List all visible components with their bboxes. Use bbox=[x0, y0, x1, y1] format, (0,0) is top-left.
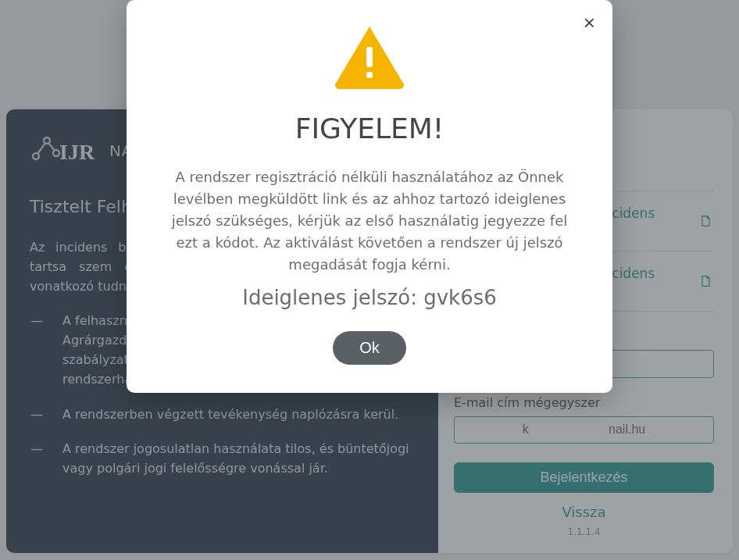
temp-password-line: Ideiglenes jelszó: gvk6s6 bbox=[155, 286, 584, 309]
temp-password-label: Ideiglenes jelszó: bbox=[242, 286, 423, 309]
svg-rect-6 bbox=[366, 47, 373, 67]
modal-body: A rendszer regisztráció nélküli használa… bbox=[169, 166, 570, 275]
attention-modal: × FIGYELEM! A rendszer regisztráció nélk… bbox=[127, 0, 612, 393]
close-icon[interactable]: × bbox=[584, 12, 595, 33]
temp-password-value: gvk6s6 bbox=[423, 286, 497, 309]
warning-icon bbox=[332, 23, 407, 89]
ok-button[interactable]: Ok bbox=[333, 331, 406, 365]
svg-rect-7 bbox=[366, 72, 373, 78]
modal-title: FIGYELEM! bbox=[155, 112, 584, 144]
